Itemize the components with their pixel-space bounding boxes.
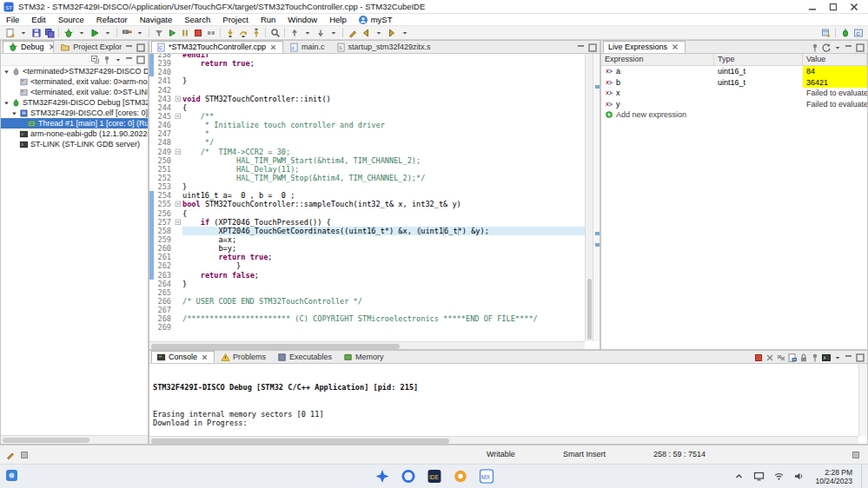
dropdown-icon[interactable] xyxy=(17,26,30,39)
taskbar-app-star-icon[interactable] xyxy=(374,469,389,484)
code-line[interactable]: 254uint16_t a= 0 , b = 0 ; xyxy=(149,191,585,200)
taskbar-app-ide-icon[interactable]: IDE xyxy=(427,469,441,484)
code-line[interactable]: 248 */ xyxy=(149,138,585,147)
terminate-icon[interactable] xyxy=(752,352,764,363)
expand-arrow-icon[interactable] xyxy=(10,109,18,117)
code-line[interactable]: 256{ xyxy=(149,209,585,218)
refresh-icon[interactable] xyxy=(820,42,832,53)
fold-marker-icon[interactable] xyxy=(174,218,182,227)
suspend-icon[interactable] xyxy=(178,26,191,39)
editor-hscrollbar[interactable] xyxy=(149,341,585,349)
dropdown-icon[interactable] xyxy=(398,26,411,39)
menu-item-run[interactable]: Run xyxy=(255,15,282,24)
taskbar-app-mx-icon[interactable]: MX xyxy=(479,469,494,484)
terminate-icon[interactable] xyxy=(191,26,204,39)
dropdown-icon[interactable] xyxy=(327,26,340,39)
build-icon[interactable] xyxy=(120,26,133,39)
open-console-icon[interactable] xyxy=(820,352,832,363)
clear-console-icon[interactable] xyxy=(786,352,798,363)
close-window-button[interactable] xyxy=(844,0,865,13)
last-edit-icon[interactable] xyxy=(346,26,359,39)
overview-annotation-mark[interactable] xyxy=(595,243,600,247)
minimize-view-icon[interactable] xyxy=(843,42,854,53)
debug-tree-item[interactable]: <terminated, exit value: 0>arm-none-e xyxy=(1,76,148,87)
code-editor[interactable]: 238#endif239 return true;240241}242243vo… xyxy=(149,54,585,341)
code-line[interactable]: 242 xyxy=(149,86,585,95)
menu-item-file[interactable]: File xyxy=(0,15,25,24)
code-line[interactable]: 247 * xyxy=(149,129,585,138)
tab-debug[interactable]: Debug xyxy=(3,41,54,53)
scroll-lock-icon[interactable] xyxy=(798,352,809,363)
editor-tab[interactable]: cmain.c xyxy=(284,41,330,53)
code-line[interactable]: 265 xyxy=(149,288,585,297)
maximize-view-icon[interactable] xyxy=(854,42,865,53)
expression-row[interactable]: yFailed to evaluate e xyxy=(601,99,867,110)
tab-project-explorer[interactable]: Project Explorer xyxy=(55,41,123,53)
debug-tree-item[interactable]: Thread #1 [main] 1 [core: 0] (Runnin xyxy=(1,118,148,129)
code-line[interactable]: 255bool STM32TouchController::sampleTouc… xyxy=(149,200,585,208)
console-tab-problems[interactable]: Problems xyxy=(215,351,271,363)
tray-volume-icon[interactable] xyxy=(792,469,806,484)
step-filters-icon[interactable] xyxy=(152,26,165,39)
code-line[interactable]: 262 } xyxy=(149,261,585,270)
debug-perspective-icon[interactable] xyxy=(838,26,851,39)
back-icon[interactable] xyxy=(359,26,372,39)
close-tab-icon[interactable] xyxy=(268,43,278,52)
collapse-all-icon[interactable] xyxy=(89,54,101,65)
dropdown-icon[interactable] xyxy=(112,54,123,65)
menu-item-refactor[interactable]: Refactor xyxy=(90,15,134,24)
console-tab-executables[interactable]: Executables xyxy=(272,351,337,363)
menu-item-window[interactable]: Window xyxy=(282,15,323,24)
debug-panel-hscrollbar[interactable] xyxy=(1,435,148,444)
fold-marker-icon[interactable] xyxy=(174,95,182,103)
close-tab-icon[interactable] xyxy=(200,353,209,362)
next-annotation-icon[interactable] xyxy=(314,26,327,39)
code-line[interactable]: 260 b=y; xyxy=(149,244,585,253)
taskbar-corner-icon[interactable] xyxy=(5,469,18,482)
resume-icon[interactable] xyxy=(165,26,178,39)
pin-icon[interactable] xyxy=(101,54,112,65)
column-value[interactable]: Value xyxy=(803,54,867,65)
code-line[interactable]: 261 return true; xyxy=(149,253,585,261)
scrollbar-thumb[interactable] xyxy=(587,279,592,340)
column-expression[interactable]: Expression xyxy=(601,54,714,65)
close-debug-view-icon[interactable] xyxy=(47,42,55,52)
code-line[interactable]: 246 * Initialize touch controller and dr… xyxy=(149,121,585,129)
code-line[interactable]: 258 XPT2046_TouchGetCoordinates((uint16_… xyxy=(149,227,585,235)
code-line[interactable]: 252 HAL_TIM_PWM_Stop(&htim4, TIM_CHANNEL… xyxy=(149,174,585,182)
code-line[interactable]: 259 a=x; xyxy=(149,235,585,244)
dropdown-icon[interactable] xyxy=(101,26,114,39)
dropdown-icon[interactable] xyxy=(301,26,314,39)
new-wizard-icon[interactable] xyxy=(3,26,17,39)
step-over-icon[interactable] xyxy=(236,26,249,39)
code-line[interactable]: 241} xyxy=(149,76,585,85)
debug-tree-item[interactable]: ST-LINK (ST-LINK GDB server) xyxy=(1,139,148,149)
console-hscrollbar[interactable] xyxy=(149,436,858,444)
dropdown-icon[interactable] xyxy=(832,352,843,363)
code-line[interactable]: 250 HAL_TIM_PWM_Start(&htim4, TIM_CHANNE… xyxy=(149,156,585,165)
maximize-view-icon[interactable] xyxy=(135,54,146,65)
debug-icon[interactable] xyxy=(62,26,75,39)
remove-launch-icon[interactable] xyxy=(764,352,775,363)
maximize-view-icon[interactable] xyxy=(854,352,865,363)
taskbar-app-orange-icon[interactable] xyxy=(453,469,467,484)
prev-annotation-icon[interactable] xyxy=(288,26,301,39)
minimize-view-icon[interactable] xyxy=(123,54,135,65)
code-line[interactable]: 267 xyxy=(149,306,585,314)
pin-icon[interactable] xyxy=(809,352,820,363)
expand-arrow-icon[interactable] xyxy=(3,99,10,107)
code-line[interactable]: 240 xyxy=(149,68,585,76)
code-line[interactable]: 253} xyxy=(149,182,585,191)
scrollbar-thumb[interactable] xyxy=(151,439,449,444)
code-line[interactable]: 263 return false; xyxy=(149,271,585,280)
tab-live-expressions[interactable]: Live Expressions xyxy=(603,41,686,53)
taskbar-clock[interactable]: 2:28 PM 10/24/2023 xyxy=(812,468,852,485)
code-line[interactable]: 245 /** xyxy=(149,112,585,121)
editor-tab[interactable]: Sstartup_stm32f429zitx.s xyxy=(331,41,436,53)
code-line[interactable]: 249 /* TIM4->CCR2 = 30; xyxy=(149,148,585,156)
tray-chevron-up-icon[interactable] xyxy=(732,469,746,484)
editor-vscrollbar[interactable] xyxy=(585,54,593,341)
menu-item-help[interactable]: Help xyxy=(323,15,353,24)
fold-marker-icon[interactable] xyxy=(174,112,182,121)
scrollbar-thumb[interactable] xyxy=(3,438,89,443)
